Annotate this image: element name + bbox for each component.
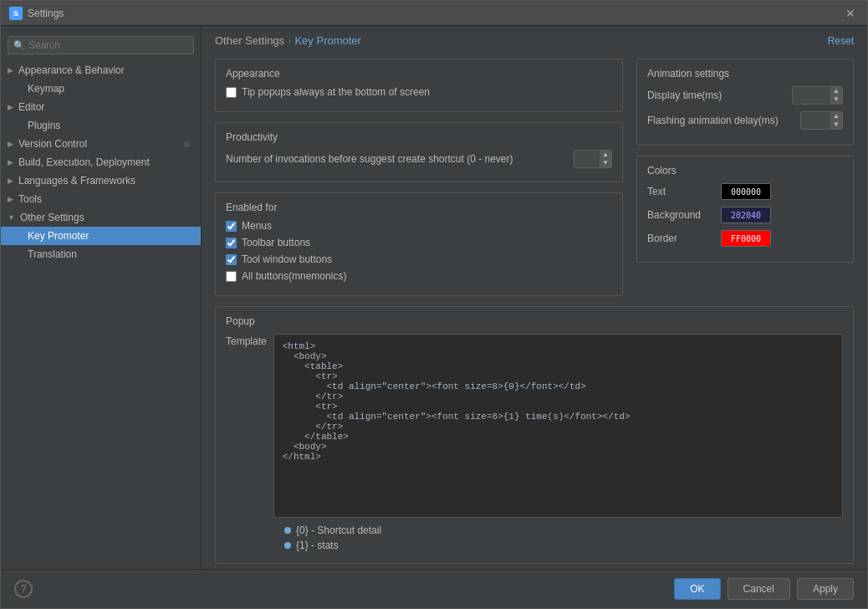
text-color-label: Text: [647, 186, 714, 197]
text-color-picker[interactable]: 000000: [721, 183, 771, 200]
sidebar-item-appearance-behavior[interactable]: ▶ Appearance & Behavior: [1, 61, 201, 79]
template-content[interactable]: <html> <body> <table> <tr> <td align="ce…: [273, 334, 843, 518]
colors-section-title: Colors: [647, 165, 843, 177]
popup-section: Popup Template <html> <body> <table> <tr…: [215, 306, 854, 564]
app-icon: S: [9, 7, 23, 20]
tip-popup-label: Tip popups always at the bottom of scree…: [242, 86, 430, 98]
flashing-delay-down-btn[interactable]: ▼: [830, 120, 842, 129]
dialog-footer: ? OK Cancel Apply: [1, 569, 867, 608]
sidebar-item-editor[interactable]: ▶ Editor: [1, 98, 201, 116]
sidebar: 🔍 ▶ Appearance & Behavior Keymap ▶ Edito…: [1, 26, 202, 569]
arrow-icon: ▶: [8, 158, 13, 166]
title-bar-left: S Settings: [9, 7, 64, 20]
all-buttons-row: All buttons(mnemonics): [226, 270, 612, 282]
flashing-delay-up-btn[interactable]: ▲: [830, 112, 842, 120]
bullet-icon-0: [284, 527, 291, 534]
breadcrumb-path: Other Settings › Key Promoter: [215, 34, 361, 47]
menus-checkbox[interactable]: [226, 221, 237, 232]
invocations-up-btn[interactable]: ▲: [600, 151, 611, 159]
sidebar-item-languages-frameworks[interactable]: ▶ Languages & Frameworks: [1, 171, 201, 190]
sidebar-item-other-settings[interactable]: ▼ Other Settings: [1, 208, 201, 227]
tool-window-buttons-label: Tool window buttons: [242, 253, 332, 265]
display-time-input[interactable]: 3,000: [793, 88, 830, 103]
ok-button[interactable]: OK: [674, 578, 720, 600]
toolbar-buttons-label: Toolbar buttons: [242, 237, 310, 248]
flashing-delay-input[interactable]: 150: [801, 113, 830, 128]
invocations-label: Number of invocations before suggest cre…: [226, 153, 567, 165]
arrow-icon: ▶: [8, 177, 13, 185]
toolbar-buttons-checkbox[interactable]: [226, 238, 237, 248]
sidebar-item-plugins[interactable]: Plugins: [1, 116, 201, 135]
appearance-section-title: Appearance: [226, 68, 612, 79]
flashing-delay-label: Flashing animation delay(ms): [647, 115, 794, 126]
invocations-row: Number of invocations before suggest cre…: [226, 150, 612, 168]
breadcrumb-separator: ›: [288, 34, 291, 47]
apply-button[interactable]: Apply: [797, 578, 854, 600]
arrow-icon: ▶: [8, 195, 13, 203]
sidebar-item-key-promoter[interactable]: Key Promoter: [1, 227, 201, 245]
help-button[interactable]: ?: [14, 580, 33, 598]
tool-window-buttons-row: Tool window buttons: [226, 253, 612, 265]
sidebar-item-keymap[interactable]: Keymap: [1, 79, 201, 98]
title-bar: S Settings ✕: [1, 1, 867, 26]
invocations-input[interactable]: 3: [574, 151, 600, 166]
arrow-icon: ▶: [8, 140, 13, 148]
invocations-down-btn[interactable]: ▼: [600, 159, 611, 167]
main-panel: Other Settings › Key Promoter Reset Appe…: [202, 26, 867, 569]
background-color-row: Background 202040: [647, 207, 843, 223]
sidebar-item-version-control[interactable]: ▶ Version Control ⚙: [1, 135, 201, 153]
arrow-icon: ▶: [8, 66, 13, 74]
tip-popup-checkbox[interactable]: [226, 87, 237, 98]
template-notes: {0} - Shortcut detail {1} - stats: [284, 525, 843, 551]
tip-popup-row: Tip popups always at the bottom of scree…: [226, 86, 612, 98]
all-buttons-label: All buttons(mnemonics): [242, 270, 346, 282]
note-1: {1} - stats: [284, 540, 843, 551]
bullet-icon-1: [284, 542, 291, 549]
productivity-section: Productivity Number of invocations befor…: [215, 122, 623, 182]
all-buttons-checkbox[interactable]: [226, 271, 237, 282]
appearance-section: Appearance Tip popups always at the bott…: [215, 59, 623, 112]
settings-dialog: S Settings ✕ 🔍 ▶ Appearance & Behavior K…: [0, 0, 868, 609]
flashing-delay-spinner[interactable]: 150 ▲ ▼: [800, 111, 843, 130]
productivity-section-title: Productivity: [226, 131, 612, 143]
sidebar-item-tools[interactable]: ▶ Tools: [1, 190, 201, 208]
invocations-spinner[interactable]: 3 ▲ ▼: [574, 150, 612, 168]
content-area: 🔍 ▶ Appearance & Behavior Keymap ▶ Edito…: [1, 26, 867, 569]
colors-section: Colors Text 000000 Background 202040: [636, 156, 854, 263]
right-column: Animation settings Display time(ms) 3,00…: [636, 59, 854, 306]
settings-content: Appearance Tip popups always at the bott…: [202, 52, 867, 569]
sidebar-item-build-execution[interactable]: ▶ Build, Execution, Deployment: [1, 153, 201, 171]
display-time-spinner[interactable]: 3,000 ▲ ▼: [792, 86, 843, 105]
toolbar-buttons-row: Toolbar buttons: [226, 237, 612, 248]
cancel-button[interactable]: Cancel: [728, 578, 790, 600]
background-color-picker[interactable]: 202040: [721, 207, 771, 223]
animation-section: Animation settings Display time(ms) 3,00…: [636, 59, 854, 146]
arrow-icon: ▶: [8, 103, 13, 111]
search-box[interactable]: 🔍: [8, 36, 194, 54]
display-time-up-btn[interactable]: ▲: [830, 87, 842, 95]
search-icon: 🔍: [13, 40, 25, 51]
border-color-label: Border: [647, 233, 714, 244]
window-title: Settings: [28, 8, 64, 19]
display-time-row: Display time(ms) 3,000 ▲ ▼: [647, 86, 843, 105]
display-time-down-btn[interactable]: ▼: [830, 95, 842, 104]
border-color-picker[interactable]: FF0000: [721, 230, 771, 247]
tool-window-buttons-checkbox[interactable]: [226, 254, 237, 265]
arrow-icon: ▼: [8, 213, 15, 222]
animation-section-title: Animation settings: [647, 68, 843, 79]
left-column: Appearance Tip popups always at the bott…: [215, 59, 623, 306]
reset-button[interactable]: Reset: [828, 35, 854, 47]
menus-label: Menus: [242, 220, 272, 232]
breadcrumb-parent: Other Settings: [215, 34, 284, 47]
template-area: Template <html> <body> <table> <tr> <td …: [226, 334, 843, 518]
sidebar-item-translation[interactable]: Translation: [1, 245, 201, 264]
enabled-section: Enabled for Menus Toolbar buttons: [215, 192, 623, 296]
search-input[interactable]: [28, 39, 188, 51]
template-label: Template: [226, 334, 267, 518]
border-color-row: Border FF0000: [647, 230, 843, 247]
close-button[interactable]: ✕: [842, 5, 859, 22]
popup-section-title: Popup: [226, 315, 843, 327]
two-col-layout: Appearance Tip popups always at the bott…: [215, 59, 854, 306]
display-time-label: Display time(ms): [647, 90, 785, 101]
breadcrumb: Other Settings › Key Promoter Reset: [202, 26, 867, 52]
